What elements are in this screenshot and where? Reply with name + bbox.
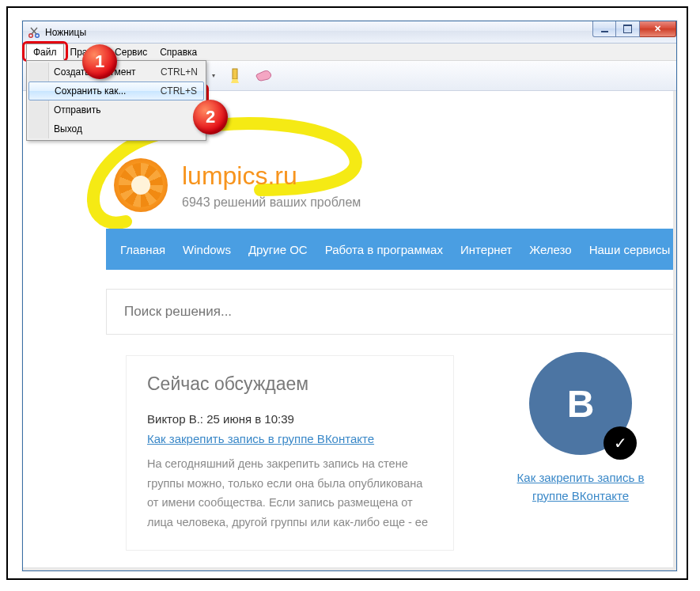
nav-link[interactable]: Главная	[120, 243, 165, 256]
check-badge-icon: ✓	[604, 426, 637, 460]
menu-item-shortcut: CTRL+S	[161, 85, 197, 97]
callout-number-1: 1	[82, 44, 117, 79]
svg-point-0	[29, 33, 33, 37]
horizontal-scrollbar[interactable]	[23, 567, 676, 570]
vk-icon[interactable]: В ✓	[529, 352, 632, 455]
site-title: lumpics.ru	[182, 161, 361, 191]
highlighter-tool-button[interactable]	[224, 66, 246, 86]
scissors-icon	[28, 26, 40, 39]
highlighter-icon	[229, 68, 240, 84]
minimize-button[interactable]	[592, 21, 616, 37]
menu-item-save-as[interactable]: Сохранить как... CTRL+S	[28, 81, 204, 100]
nav-link[interactable]: Работа в программах	[325, 243, 443, 256]
menu-item-exit[interactable]: Выход	[28, 119, 204, 138]
close-button[interactable]	[640, 21, 676, 37]
menu-item-label: Сохранить как...	[55, 85, 126, 97]
comment-link[interactable]: Как закрепить запись в группе ВКонтакте	[147, 432, 374, 445]
nav-link[interactable]: Железо	[529, 243, 571, 256]
search-box[interactable]	[106, 289, 676, 335]
snip-canvas: lumpics.ru 6943 решений ваших проблем Гл…	[23, 91, 676, 570]
card-heading: Сейчас обсуждаем	[147, 373, 433, 395]
menu-file[interactable]: Файл	[26, 44, 64, 60]
site-subtitle: 6943 решений ваших проблем	[182, 195, 361, 210]
menu-help[interactable]: Справка	[153, 44, 203, 60]
file-menu-dropdown: Создать фрагмент CTRL+N Сохранить как...…	[26, 60, 206, 141]
site-header: lumpics.ru 6943 решений ваших проблем	[114, 158, 361, 212]
svg-rect-4	[233, 69, 237, 79]
comment-body: На сегодняшний день закрепить запись на …	[147, 454, 433, 532]
search-input[interactable]	[124, 304, 658, 320]
vk-caption-link[interactable]: Как закрепить запись в группе ВКонтакте	[498, 469, 664, 505]
eraser-tool-button[interactable]	[249, 66, 278, 86]
callout-number-2: 2	[193, 100, 228, 134]
nav-link[interactable]: Другие ОС	[248, 243, 308, 256]
window-title: Ножницы	[45, 27, 86, 38]
nav-link[interactable]: Интернет	[460, 243, 512, 256]
menu-item-send[interactable]: Отправить	[28, 100, 204, 119]
eraser-icon	[255, 70, 272, 82]
menu-item-shortcut: CTRL+N	[161, 66, 198, 78]
menu-bar: Файл Правка Сервис Справка	[23, 44, 676, 61]
title-bar: Ножницы	[23, 21, 676, 44]
maximize-button[interactable]	[616, 21, 640, 37]
svg-point-1	[36, 33, 40, 37]
site-logo-icon	[114, 158, 168, 212]
comment-author-line: Виктор В.: 25 июня в 10:39	[147, 412, 433, 426]
nav-link[interactable]: Windows	[183, 243, 231, 256]
vertical-scrollbar[interactable]	[673, 91, 676, 570]
menu-item-label: Выход	[54, 123, 82, 134]
site-navbar: Главная Windows Другие ОС Работа в прогр…	[106, 229, 676, 270]
discussion-card: Сейчас обсуждаем Виктор В.: 25 июня в 10…	[126, 355, 454, 551]
snipping-tool-window: Ножницы Файл Правка Сервис Справка	[22, 21, 677, 571]
menu-item-label: Отправить	[54, 104, 101, 116]
vk-widget: В ✓ Как закрепить запись в группе ВКонта…	[498, 352, 664, 505]
nav-link[interactable]: Наши сервисы	[589, 243, 671, 256]
